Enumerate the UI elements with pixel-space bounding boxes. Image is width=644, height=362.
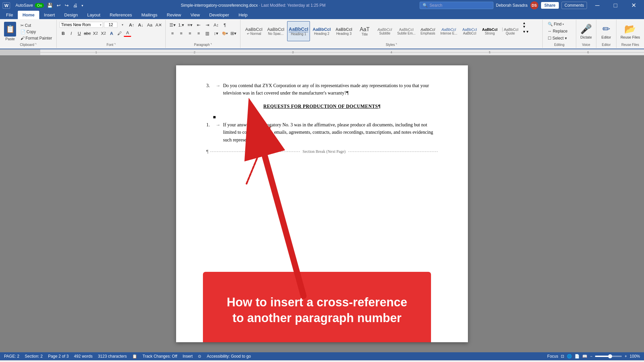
print-icon[interactable]: 🖨 — [72, 2, 78, 9]
format-painter-button[interactable]: 🖌 Format Painter — [19, 35, 54, 41]
font-expand-icon[interactable]: ⌝ — [114, 43, 116, 47]
align-right-btn[interactable]: ≡ — [186, 29, 194, 37]
tab-layout[interactable]: Layout — [83, 11, 105, 19]
view-normal-btn[interactable]: ⊡ — [561, 354, 564, 359]
replace-button[interactable]: ↔ Replace — [546, 28, 569, 34]
share-btn[interactable]: Share — [541, 2, 559, 9]
text-highlight-btn[interactable]: 🖊 — [116, 29, 123, 37]
style-emphasis[interactable]: AaBbCcI Emphasis — [418, 21, 438, 41]
show-formatting-btn[interactable]: ¶ — [221, 21, 229, 28]
tab-developer[interactable]: Developer — [205, 11, 234, 19]
paragraph-expand-icon[interactable]: ⌝ — [210, 43, 212, 47]
columns-btn[interactable]: ▥ — [203, 29, 211, 37]
borders-btn[interactable]: ⊞▾ — [229, 29, 237, 37]
zoom-in-btn[interactable]: + — [625, 354, 627, 359]
editor-button[interactable]: ✏ Editor — [601, 23, 611, 39]
line-spacing-btn[interactable]: ↕▾ — [212, 29, 220, 37]
autosave-toggle[interactable]: On — [35, 3, 44, 8]
track-changes[interactable]: Track Changes: Off — [143, 354, 177, 359]
style-heading2[interactable]: AaBbCcI Heading 2 — [311, 21, 333, 41]
italic-btn[interactable]: I — [67, 29, 75, 37]
undo-icon[interactable]: ↩ — [56, 2, 62, 9]
font-name-selector[interactable]: Times New Rom ▾ — [59, 22, 103, 28]
style-quote[interactable]: AaBbCcI Quote — [500, 21, 520, 41]
align-center-btn[interactable]: ≡ — [177, 29, 185, 37]
tab-help[interactable]: Help — [234, 11, 252, 19]
style-subtitle[interactable]: AaBbCcI Subtitle — [375, 21, 394, 41]
decrease-indent-btn[interactable]: ⇤ — [195, 21, 203, 28]
search-bar[interactable]: 🔍 Search — [420, 2, 493, 9]
user-avatar: DS — [530, 1, 538, 9]
tab-view[interactable]: View — [186, 11, 205, 19]
style-intense2[interactable]: AaBbCcI AaBbCcI — [460, 21, 479, 41]
style-no-spacing[interactable]: AaBbCcI No Spac... — [265, 21, 286, 41]
font-size-dropdown[interactable]: ▾ — [118, 21, 126, 28]
save-icon[interactable]: 💾 — [46, 2, 54, 9]
align-left-btn[interactable]: ≡ — [168, 29, 176, 37]
dictate-button[interactable]: 🎤 Dictate — [580, 23, 592, 39]
cut-button[interactable]: ✂ Cut — [19, 22, 54, 28]
shrink-font-btn[interactable]: A↓ — [137, 21, 145, 28]
proofing-icon: 📋 — [132, 354, 137, 359]
style-heading3[interactable]: AaBbCcI Heading 3 — [333, 21, 354, 41]
minimize-btn[interactable]: ─ — [590, 0, 605, 11]
close-btn[interactable]: ✕ — [626, 0, 641, 11]
justify-btn[interactable]: ≡ — [195, 29, 203, 37]
accessibility-status[interactable]: Accessibility: Good to go — [207, 354, 251, 359]
styles-expand-icon[interactable]: ⌝ — [395, 43, 397, 47]
style-title[interactable]: AaT Title — [355, 21, 374, 41]
style-subtle-em[interactable]: AaBbCcI Subtle Em... — [395, 21, 417, 41]
zoom-slider[interactable] — [595, 356, 622, 357]
style-normal[interactable]: AaBbCcI ↵ Normal — [243, 21, 264, 41]
change-case-btn[interactable]: Aa — [146, 21, 154, 28]
tab-design[interactable]: Design — [60, 11, 83, 19]
numbering-btn[interactable]: 1.▾ — [177, 21, 185, 28]
select-button[interactable]: ☐ Select ▾ — [546, 35, 569, 41]
tab-file[interactable]: File — [1, 11, 18, 19]
sort-btn[interactable]: A↕ — [212, 21, 220, 28]
tab-home[interactable]: Home — [18, 11, 39, 19]
tab-review[interactable]: Review — [162, 11, 186, 19]
style-heading1[interactable]: AaBbCcI Heading 1 — [287, 21, 310, 41]
comments-btn[interactable]: Comments — [561, 2, 587, 9]
text-effect-btn[interactable]: A — [108, 29, 115, 37]
maximize-btn[interactable]: □ — [608, 0, 623, 11]
quick-access-toolbar: AutoSave On 💾 ↩ ↪ 🖨 ▾ — [13, 1, 87, 10]
tab-references[interactable]: References — [105, 11, 137, 19]
style-strong[interactable]: AaBbCcI Strong — [480, 21, 499, 41]
grow-font-btn[interactable]: A↑ — [127, 21, 136, 28]
find-button[interactable]: 🔍 Find ▾ — [546, 21, 566, 27]
title-bar-right: 🔍 Search Deborah Savadra DS Share Commen… — [420, 0, 641, 11]
more-quick-access[interactable]: ▾ — [80, 3, 84, 8]
clipboard-expand-icon[interactable]: ⌝ — [35, 43, 37, 47]
view-web-btn[interactable]: 🌐 — [567, 354, 572, 359]
font-size-selector[interactable]: 12 — [104, 22, 117, 28]
voice-group: 🎤 Dictate Voice — [576, 20, 596, 48]
shading-btn[interactable]: 🎨▾ — [221, 29, 229, 37]
clear-formatting-btn[interactable]: A✕ — [155, 21, 163, 28]
focus-btn[interactable]: Focus — [547, 354, 558, 359]
tab-mailings[interactable]: Mailings — [137, 11, 162, 19]
insert-mode[interactable]: Insert — [182, 354, 193, 359]
document-page[interactable]: 3. → Do you contend that ZYX Corporation… — [176, 65, 468, 342]
superscript-btn[interactable]: X2 — [100, 29, 107, 37]
view-read-btn[interactable]: 📖 — [582, 354, 587, 359]
redo-icon[interactable]: ↪ — [64, 2, 70, 9]
zoom-out-btn[interactable]: − — [590, 354, 592, 359]
bold-btn[interactable]: B — [59, 29, 67, 37]
multilevel-btn[interactable]: ≡▾ — [186, 21, 194, 28]
view-print-btn[interactable]: 📄 — [575, 354, 580, 359]
tab-insert[interactable]: Insert — [39, 11, 60, 19]
copy-button[interactable]: 📄 Copy — [19, 29, 54, 35]
subscript-btn[interactable]: X2 — [92, 29, 99, 37]
font-name-dropdown[interactable]: ▾ — [100, 23, 101, 26]
styles-scroll-up[interactable]: ▲ ▼ ▼▼ — [521, 21, 531, 34]
bullets-btn[interactable]: ☰▾ — [168, 21, 176, 28]
reuse-files-button[interactable]: 📂 Reuse Files — [621, 23, 640, 39]
strikethrough-btn[interactable]: abc — [84, 29, 91, 37]
increase-indent-btn[interactable]: ⇥ — [203, 21, 211, 28]
underline-btn[interactable]: U — [75, 29, 83, 37]
paste-button[interactable]: 📋 Paste — [3, 21, 17, 42]
font-color-btn[interactable]: A — [124, 29, 131, 37]
style-intense-e[interactable]: AaBbCcI Intense E... — [438, 21, 460, 41]
